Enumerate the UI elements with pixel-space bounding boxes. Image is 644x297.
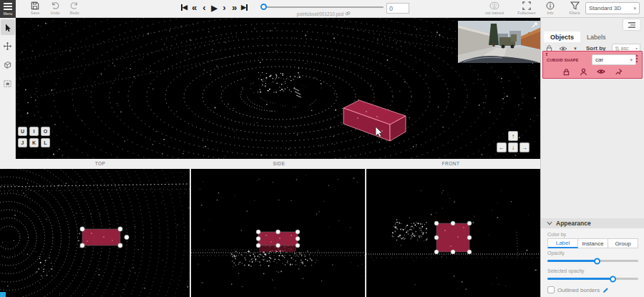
- next-frame-button[interactable]: ›: [220, 2, 228, 13]
- selected-opacity-slider[interactable]: [547, 278, 638, 280]
- resize-handle[interactable]: [256, 230, 260, 234]
- object-card-car[interactable]: CUBOID SHAPE car ▾: [542, 51, 643, 79]
- nav-right-button[interactable]: →: [519, 142, 530, 152]
- resize-handle[interactable]: [434, 235, 439, 240]
- nav-up-button[interactable]: ↑: [508, 131, 518, 141]
- pin-icon[interactable]: [615, 68, 623, 76]
- opacity-slider[interactable]: [547, 260, 638, 262]
- rotate-handle[interactable]: [125, 235, 129, 239]
- undo-button[interactable]: Undo: [46, 1, 64, 15]
- resize-handle[interactable]: [434, 221, 439, 225]
- cuboid-tool-button[interactable]: [1, 57, 15, 72]
- resize-handle[interactable]: [434, 250, 439, 254]
- side-projection-view[interactable]: [191, 169, 365, 297]
- side-view-canvas[interactable]: [191, 169, 365, 297]
- main-3d-view[interactable]: U I O J K L ↑ ← ↓ →: [16, 18, 540, 159]
- fast-rewind-button[interactable]: «: [190, 2, 198, 13]
- resize-handle[interactable]: [276, 230, 280, 234]
- camera-context-thumbnail[interactable]: [458, 21, 540, 63]
- object-action-icons: [543, 68, 642, 76]
- hotkey-k[interactable]: K: [29, 138, 39, 147]
- appearance-section-header[interactable]: Appearance: [541, 218, 644, 228]
- seek-slider-handle[interactable]: [260, 4, 267, 10]
- top-projection-view[interactable]: [0, 169, 190, 297]
- tab-objects[interactable]: Objects: [544, 31, 580, 42]
- panel-layout-button[interactable]: [623, 19, 640, 30]
- menu-button[interactable]: Menu: [0, 0, 16, 18]
- resize-handle[interactable]: [256, 237, 260, 241]
- selected-opacity-slider-fill: [547, 278, 613, 280]
- color-by-label-option[interactable]: Label: [547, 238, 578, 248]
- resize-handle[interactable]: [467, 221, 472, 225]
- color-by-instance-option[interactable]: Instance: [578, 238, 608, 248]
- undo-icon: [51, 1, 59, 10]
- lock-icon[interactable]: [562, 68, 570, 76]
- user-icon[interactable]: [580, 68, 587, 76]
- hotkey-i[interactable]: I: [29, 127, 39, 136]
- frame-seek-slider[interactable]: [263, 6, 384, 8]
- resize-handle[interactable]: [467, 250, 472, 254]
- triangle-down-icon[interactable]: ▼: [573, 47, 577, 51]
- resize-handle[interactable]: [296, 243, 300, 248]
- top-view-canvas[interactable]: [0, 169, 190, 297]
- pencil-icon[interactable]: [602, 287, 609, 293]
- skip-first-button[interactable]: ◀: [180, 2, 188, 13]
- class-value: car: [595, 57, 603, 63]
- save-button[interactable]: Save: [26, 1, 44, 15]
- skip-last-button[interactable]: ▶: [240, 2, 248, 13]
- frame-select-tool-button[interactable]: [1, 75, 15, 91]
- chevron-down-icon: ▾: [630, 57, 633, 63]
- appearance-section: Color by Label Instance Group Opacity Se…: [541, 228, 644, 297]
- resize-handle[interactable]: [296, 237, 300, 241]
- outlined-borders-checkbox[interactable]: [547, 286, 555, 293]
- selected-cuboid-front[interactable]: [434, 221, 472, 254]
- object-menu-button[interactable]: [634, 55, 640, 65]
- play-button[interactable]: ▶: [210, 2, 218, 13]
- hotkey-l[interactable]: L: [41, 138, 50, 147]
- resize-handle[interactable]: [80, 227, 84, 231]
- hotkey-j[interactable]: J: [18, 138, 27, 147]
- resize-handle[interactable]: [256, 243, 260, 248]
- frame-number-input[interactable]: [386, 3, 409, 14]
- hotkey-u[interactable]: U: [18, 127, 27, 136]
- selected-cuboid-side[interactable]: [256, 230, 300, 248]
- selected-opacity-slider-handle[interactable]: [610, 276, 616, 282]
- previous-frame-button[interactable]: ‹: [200, 2, 208, 13]
- tab-labels[interactable]: Labels: [580, 31, 613, 42]
- resize-handle[interactable]: [467, 235, 472, 240]
- resize-handle[interactable]: [451, 250, 455, 254]
- class-dropdown[interactable]: car ▾: [592, 54, 636, 65]
- pan-tool-button[interactable]: [1, 38, 15, 54]
- nav-down-button[interactable]: ↓: [508, 142, 518, 152]
- nav-left-button[interactable]: ←: [497, 142, 507, 152]
- resize-handle[interactable]: [118, 227, 122, 231]
- select-tool-button[interactable]: [1, 19, 15, 35]
- front-projection-view[interactable]: [366, 169, 540, 297]
- resize-handle[interactable]: [80, 243, 84, 248]
- filters-button[interactable]: Filters: [564, 1, 585, 15]
- resize-handle[interactable]: [276, 243, 280, 248]
- info-button[interactable]: Info: [541, 1, 560, 15]
- chevron-down-icon: ▾: [633, 6, 636, 11]
- fast-forward-button[interactable]: »: [230, 2, 238, 13]
- drag-handle-icon[interactable]: [546, 53, 548, 57]
- front-view-canvas[interactable]: [366, 169, 540, 297]
- resize-handle[interactable]: [451, 221, 455, 225]
- hotkey-o[interactable]: O: [41, 127, 50, 136]
- opacity-slider-fill: [547, 260, 597, 262]
- resize-handle[interactable]: [296, 230, 300, 234]
- selected-cuboid-top[interactable]: [80, 227, 129, 248]
- eye-icon[interactable]: [597, 68, 605, 75]
- mode-select-dropdown[interactable]: Standard 3D ▾: [585, 2, 640, 14]
- nn-model-button[interactable]: not trained: [483, 1, 506, 15]
- link-icon[interactable]: [345, 11, 351, 16]
- opacity-slider-handle[interactable]: [594, 258, 600, 264]
- left-tool-palette: [0, 18, 16, 169]
- save-icon: [31, 1, 39, 10]
- selected-cuboid-3d[interactable]: [343, 100, 406, 141]
- outlined-borders-label: Outlined borders: [557, 287, 600, 293]
- fullscreen-button[interactable]: Fullscreen: [514, 1, 540, 15]
- redo-button[interactable]: Redo: [65, 1, 84, 15]
- color-by-group-option[interactable]: Group: [608, 238, 638, 248]
- resize-handle[interactable]: [118, 243, 122, 248]
